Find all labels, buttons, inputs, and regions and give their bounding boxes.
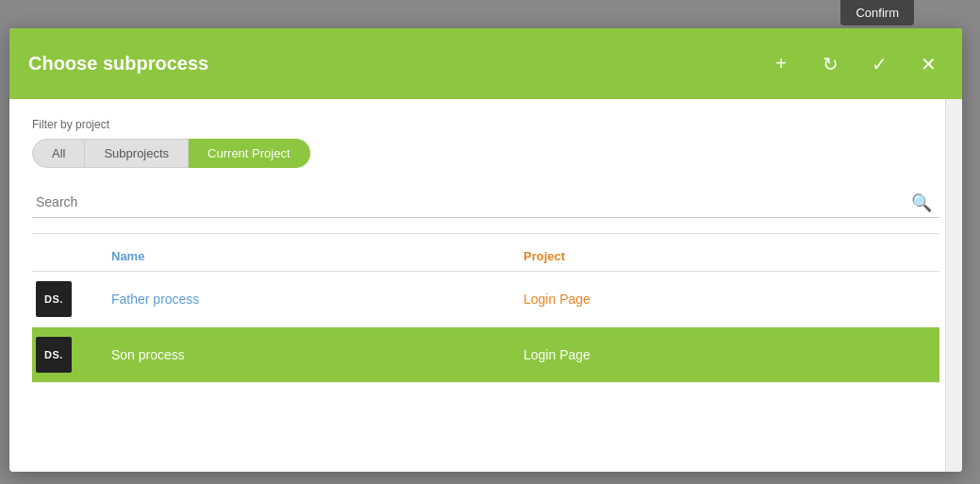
close-button[interactable]: ✕: [913, 49, 943, 79]
filter-tabs: All Subprojects Current Project: [32, 139, 939, 168]
filter-tab-all[interactable]: All: [32, 139, 85, 168]
modal-title: Choose subprocess: [28, 53, 208, 75]
ds-icon: DS.: [36, 337, 72, 373]
confirm-tooltip: Confirm: [840, 0, 914, 25]
refresh-button[interactable]: ↻: [815, 49, 845, 79]
row-process-name: Father process: [111, 292, 523, 307]
modal-header: Choose subprocess + ↻ ✓ ✕: [9, 28, 962, 99]
filter-tab-current[interactable]: Current Project: [189, 139, 309, 168]
col-project-header: Project: [523, 249, 936, 263]
col-icon-header: [36, 249, 111, 263]
modal-body: Filter by project All Subprojects Curren…: [9, 99, 962, 402]
search-container: 🔍: [32, 187, 939, 218]
row-process-name: Son process: [111, 347, 523, 362]
scrollbar[interactable]: [945, 99, 962, 472]
table-row[interactable]: DS. Father process Login Page: [32, 272, 939, 327]
header-actions: + ↻ ✓ ✕: [766, 49, 943, 79]
confirm-button[interactable]: ✓: [864, 49, 894, 79]
divider: [32, 233, 939, 234]
filter-tab-subprojects[interactable]: Subprojects: [85, 139, 189, 168]
table-header: Name Project: [32, 242, 939, 272]
row-icon: DS.: [36, 281, 111, 317]
ds-icon: DS.: [36, 281, 72, 317]
col-name-header: Name: [111, 249, 523, 263]
search-input[interactable]: [32, 187, 939, 218]
row-project-name: Login Page: [523, 292, 936, 307]
row-icon: DS.: [36, 337, 111, 373]
row-project-name: Login Page: [523, 347, 936, 362]
filter-label: Filter by project: [32, 118, 939, 131]
search-icon: 🔍: [911, 192, 932, 213]
table-row[interactable]: DS. Son process Login Page: [32, 327, 939, 383]
modal: Choose subprocess + ↻ ✓ ✕ Filter by proj…: [9, 28, 962, 472]
add-button[interactable]: +: [766, 49, 796, 79]
